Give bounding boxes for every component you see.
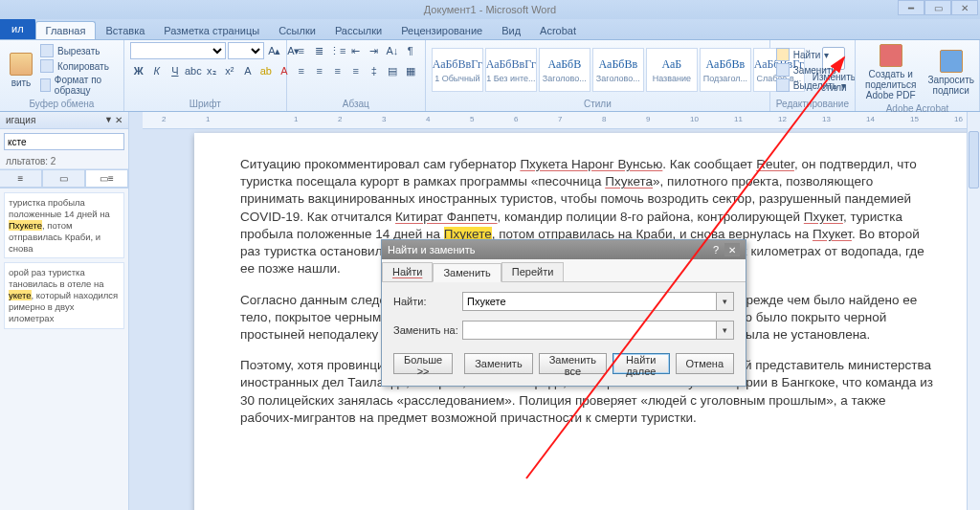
borders-button[interactable]: ▦ xyxy=(402,62,419,79)
subscript-button[interactable]: x₂ xyxy=(203,62,220,79)
find-label: Найти: xyxy=(393,296,462,307)
underline-button[interactable]: Ч xyxy=(167,62,184,79)
nav-dropdown-icon[interactable]: ▼ xyxy=(104,115,113,125)
window-close-button[interactable]: ✕ xyxy=(951,0,978,15)
shading-button[interactable]: ▤ xyxy=(384,62,401,79)
dialog-tab-goto[interactable]: Перейти xyxy=(501,262,565,281)
grow-font-button[interactable]: A▴ xyxy=(266,42,283,59)
show-marks-button[interactable]: ¶ xyxy=(402,42,419,59)
strike-button[interactable]: abc xyxy=(185,62,202,79)
bold-button[interactable]: Ж xyxy=(130,62,147,79)
adobe-create-button[interactable]: Создать и поделиться Adobe PDF xyxy=(861,42,920,102)
adobe-sign-button[interactable]: Запросить подписи xyxy=(924,48,978,98)
italic-button[interactable]: К xyxy=(148,62,166,79)
align-right-button[interactable]: ≡ xyxy=(329,62,346,79)
nav-tab-headings[interactable]: ≡ xyxy=(0,169,42,188)
nav-result-2[interactable]: орой раз туристка тановилась в отеле на … xyxy=(4,262,124,328)
scissors-icon xyxy=(40,44,54,57)
horizontal-ruler[interactable]: 211234567891011121314151617 xyxy=(143,112,980,129)
style-item-4[interactable]: АаБНазвание xyxy=(646,48,698,92)
tab-acrobat[interactable]: Acrobat xyxy=(530,22,586,39)
format-painter-button[interactable]: Формат по образцу xyxy=(40,75,118,96)
tab-references[interactable]: Ссылки xyxy=(269,22,325,39)
dialog-titlebar[interactable]: Найти и заменить ? ✕ xyxy=(382,240,746,259)
more-button[interactable]: Больше >> xyxy=(393,353,453,374)
nav-close-icon[interactable]: ✕ xyxy=(115,115,122,125)
replace-button[interactable]: Заменить xyxy=(776,63,846,77)
pdf-icon xyxy=(880,44,902,67)
align-left-button[interactable]: ≡ xyxy=(293,62,310,79)
sign-icon xyxy=(940,50,963,73)
nav-search-input[interactable] xyxy=(4,133,124,150)
cancel-button[interactable]: Отмена xyxy=(676,353,734,374)
paste-button[interactable]: вить xyxy=(6,51,36,90)
select-button[interactable]: Выделить ▾ xyxy=(776,78,846,92)
find-next-button[interactable]: Найти далее xyxy=(612,353,669,374)
file-tab[interactable]: ил xyxy=(0,18,35,39)
font-size-select[interactable] xyxy=(228,42,264,59)
replace-input[interactable] xyxy=(462,321,717,340)
font-name-select[interactable] xyxy=(130,42,226,59)
nav-result-1[interactable]: туристка пробыла положенные 14 дней на П… xyxy=(4,192,124,258)
group-label-editing: Редактирование xyxy=(776,98,849,109)
text-effects-button[interactable]: A xyxy=(239,62,256,79)
find-input[interactable] xyxy=(462,292,717,311)
tab-review[interactable]: Рецензирование xyxy=(391,22,492,39)
bullets-button[interactable]: ≡ xyxy=(293,42,310,59)
ruler-tick: 5 xyxy=(470,115,474,123)
group-label-styles: Стили xyxy=(432,98,764,109)
superscript-button[interactable]: x² xyxy=(221,62,238,79)
ruler-tick: 9 xyxy=(646,115,650,123)
replace-one-button[interactable]: Заменить xyxy=(464,353,532,374)
brush-icon xyxy=(40,78,51,92)
copy-icon xyxy=(40,59,54,73)
highlight-button[interactable]: ab xyxy=(257,62,275,79)
numbering-button[interactable]: ≣ xyxy=(311,42,328,59)
align-center-button[interactable]: ≡ xyxy=(311,62,328,79)
dialog-help-icon[interactable]: ? xyxy=(713,244,719,255)
replace-dropdown-icon[interactable]: ▾ xyxy=(717,321,734,340)
find-dropdown-icon[interactable]: ▾ xyxy=(717,292,734,311)
replace-all-button[interactable]: Заменить все xyxy=(539,353,607,374)
ruler-tick: 12 xyxy=(778,115,787,123)
group-label-paragraph: Абзац xyxy=(293,98,419,109)
style-item-0[interactable]: АаБбВвГг1 Обычный xyxy=(432,48,483,92)
multilevel-button[interactable]: ⋮≡ xyxy=(329,42,346,59)
tab-mailings[interactable]: Рассылки xyxy=(325,22,391,39)
indent-button[interactable]: ⇥ xyxy=(366,42,383,59)
find-replace-dialog[interactable]: Найти и заменить ? ✕ Найти Заменить Пере… xyxy=(381,239,746,387)
sort-button[interactable]: A↓ xyxy=(384,42,401,59)
find-button[interactable]: Найти ▾ xyxy=(776,48,846,61)
style-item-2[interactable]: АаБбВЗаголово... xyxy=(539,48,590,92)
ruler-tick: 7 xyxy=(558,115,562,123)
dialog-tab-find[interactable]: Найти xyxy=(382,262,433,281)
paste-icon xyxy=(10,53,33,76)
dialog-title: Найти и заменить xyxy=(388,244,475,255)
ruler-tick: 16 xyxy=(954,115,963,123)
dedent-button[interactable]: ⇤ xyxy=(347,42,365,59)
style-item-3[interactable]: АаБбВвЗаголово... xyxy=(592,48,644,92)
style-item-5[interactable]: АаБбВвПодзагол... xyxy=(700,48,751,92)
style-item-1[interactable]: АаБбВвГг1 Без инте... xyxy=(485,48,537,92)
tab-pagelayout[interactable]: Разметка страницы xyxy=(154,22,269,39)
tab-home[interactable]: Главная xyxy=(35,21,97,39)
cut-button[interactable]: Вырезать xyxy=(40,44,118,57)
ruler-tick: 2 xyxy=(338,115,342,123)
tab-view[interactable]: Вид xyxy=(492,22,530,39)
window-titlebar: Документ1 - Microsoft Word ━ ▭ ✕ xyxy=(0,0,980,19)
line-spacing-button[interactable]: ‡ xyxy=(366,62,383,79)
ribbon: вить Вырезать Копировать Формат по образ… xyxy=(0,40,980,112)
vertical-scrollbar[interactable] xyxy=(967,112,980,510)
copy-button[interactable]: Копировать xyxy=(40,59,118,73)
window-maximize-button[interactable]: ▭ xyxy=(924,0,951,15)
dialog-tab-replace[interactable]: Заменить xyxy=(433,263,501,282)
window-minimize-button[interactable]: ━ xyxy=(898,0,924,15)
ruler-tick: 1 xyxy=(206,115,210,123)
nav-tab-pages[interactable]: ▭ xyxy=(42,169,85,188)
tab-insert[interactable]: Вставка xyxy=(96,22,154,39)
nav-tab-results[interactable]: ▭≡ xyxy=(85,169,128,188)
group-label-font: Шрифт xyxy=(130,98,280,109)
align-justify-button[interactable]: ≡ xyxy=(347,62,365,79)
dialog-close-button[interactable]: ✕ xyxy=(724,243,740,256)
scroll-thumb[interactable] xyxy=(969,131,979,188)
